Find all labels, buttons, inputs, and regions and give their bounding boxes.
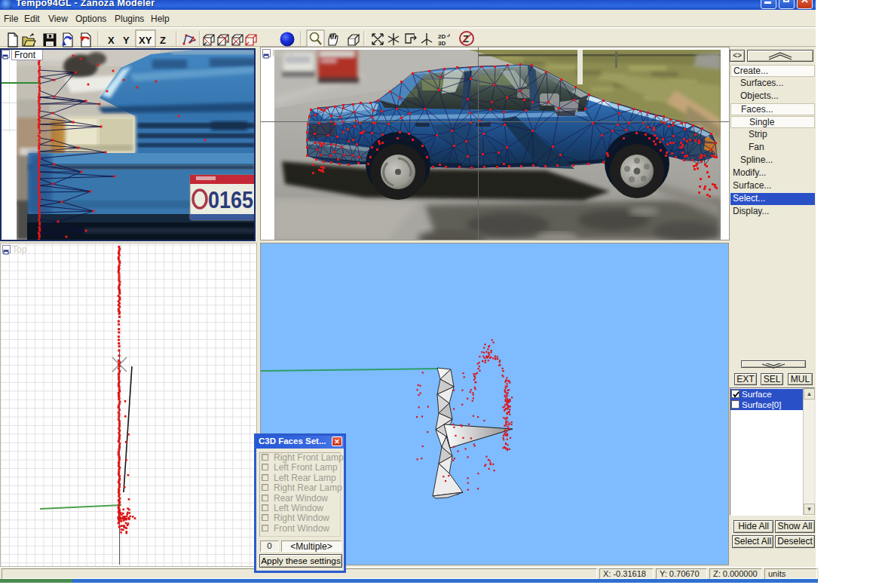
svg-text:Y: Y [123, 35, 130, 46]
svg-text:Z: Z [160, 35, 166, 46]
svg-text:XY: XY [139, 35, 152, 46]
svg-text:3D: 3D [438, 40, 446, 47]
svg-text:0165: 0165 [208, 186, 253, 213]
svg-text:X: X [108, 35, 115, 46]
svg-text:2D: 2D [438, 33, 446, 40]
